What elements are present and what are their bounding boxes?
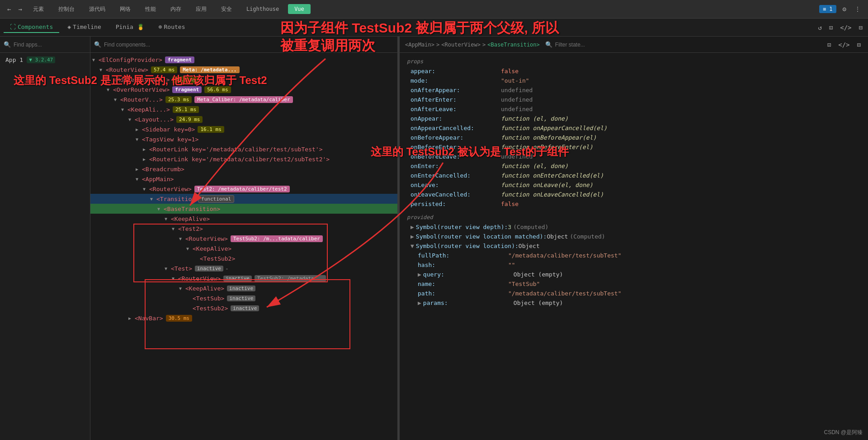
tree-row-over-router[interactable]: ▼ <OverRouterView> fragment 56.6 ms <box>90 84 397 94</box>
inactive-badge-ts2: inactive <box>231 305 259 311</box>
tree-row-transition[interactable]: ▼ <Transition functional <box>90 194 397 204</box>
screenshot-icon[interactable]: ⊡ <box>826 40 833 49</box>
expand-icon: ▼ <box>107 87 112 92</box>
tree-row-testsub2-active[interactable]: <TestSub2> <box>90 253 397 263</box>
timeline-label: Timeline <box>73 23 101 30</box>
tree-tag-text: <RouterV...> <box>120 96 163 103</box>
computed-label: (Computed) <box>513 224 548 230</box>
browser-tab-application[interactable]: 应用 <box>190 4 212 15</box>
tree-tag-text: <KeepAlive> <box>171 215 210 222</box>
prop-key: onEnterCancelled: <box>410 172 501 179</box>
prop-row-mode: mode: "out-in" <box>407 76 861 85</box>
testsub2-route-badge2: TestSub2: /metadata... <box>255 275 326 282</box>
expand-arrow[interactable]: ▶ <box>410 233 414 240</box>
pinia-label: Pinia 🍍 <box>116 23 144 30</box>
search-icon-props: 🔍 <box>545 41 552 48</box>
tree-tag-text: <Transition <box>156 196 195 202</box>
tree-row-test2[interactable]: ▼ <Test2> <box>90 224 397 234</box>
prop-row-params: ▶ params: Object (empty) <box>407 298 861 308</box>
nav-back-icon[interactable]: ← <box>5 5 13 14</box>
props-filter-input[interactable] <box>555 42 623 48</box>
tree-row-keepalive-3[interactable]: ▼ <KeepAlive> <box>90 243 397 253</box>
tree-row-breadcrumb[interactable]: ▶ <Breadcrumb> <box>90 164 397 174</box>
prop-key: onAfterAppear: <box>410 87 501 94</box>
prop-key: onAfterEnter: <box>410 96 501 103</box>
browser-tab-security[interactable]: 安全 <box>216 4 237 15</box>
tree-tag-text: <RouterView> <box>149 186 192 192</box>
routes-icon: ⊕ <box>159 23 162 30</box>
testsub2-route-badge: TestSub2: /m...tadata/caliber <box>231 235 323 242</box>
tree-row-routerview-3[interactable]: ▼ <RouterView> TestSub2: /m...tadata/cal… <box>90 234 397 243</box>
tree-row-routerview-inactive[interactable]: ▼ <RouterView> inactive TestSub2: /metad… <box>90 273 397 283</box>
prop-key: onBeforeLeave: <box>410 153 501 160</box>
more-icon[interactable]: ⋮ <box>853 5 863 14</box>
tree-tag-text: <RouterView> <box>178 275 221 282</box>
refresh-icon[interactable]: ↺ <box>816 23 823 32</box>
prop-row-onafterappear: onAfterAppear: undefined <box>407 85 861 95</box>
component-search-input[interactable] <box>104 42 394 48</box>
tree-row-testsub2-inactive[interactable]: <TestSub2> inactive <box>90 303 397 313</box>
tree-row-layout[interactable]: ▼ <Layout...> 24.9 ms <box>90 114 397 124</box>
code-icon[interactable]: </> <box>838 23 853 32</box>
tree-row-appmain[interactable]: ▼ <AppMain> <box>90 174 397 184</box>
browser-tab-vue[interactable]: Vue <box>288 4 311 14</box>
tree-row-routerlink-2[interactable]: ▶ <RouterLink key='/metadata/caliber/tes… <box>90 154 397 164</box>
browser-tab-source[interactable]: 源代码 <box>84 4 111 15</box>
component-tree[interactable]: ▼ <ElConfigProvider> fragment ▼ <RouterV… <box>90 53 397 440</box>
browser-tab-network[interactable]: 网络 <box>114 4 136 15</box>
expand-icon: ▼ <box>157 206 163 211</box>
tree-row-el-config[interactable]: ▼ <ElConfigProvider> fragment <box>90 55 397 65</box>
tree-row-keepalive-2[interactable]: ▼ <KeepAlive> <box>90 214 397 224</box>
expand-arrow[interactable]: ▼ <box>410 243 414 249</box>
prop-value: false <box>501 68 519 75</box>
search-icon: 🔍 <box>4 41 11 48</box>
code-props-icon[interactable]: </> <box>836 40 851 49</box>
expand-icon: ▼ <box>172 276 177 281</box>
tree-row-routerview-2[interactable]: ▼ <RouterView> Test2: /metadata/caliber/… <box>90 184 397 194</box>
tree-row-routerv[interactable]: ▼ <RouterV...> 25.3 ms Meta_Caliber: /me… <box>90 94 397 104</box>
tree-row-routerview-1[interactable]: ▼ <RouterView> 57.4 ms Meta: /metadata..… <box>90 65 397 75</box>
tab-routes[interactable]: ⊕ Routes <box>152 22 192 33</box>
expand-arrow[interactable]: ▶ <box>410 224 414 230</box>
tab-timeline[interactable]: ◈ Timeline <box>61 22 107 33</box>
app-search-input[interactable] <box>14 42 86 48</box>
nav-forward-icon[interactable]: → <box>16 5 24 14</box>
prop-row-onbeforeappear: onBeforeAppear: function onBeforeAppear(… <box>407 133 861 142</box>
tree-row-test-inactive[interactable]: ▼ <Test> inactive - <box>90 263 397 273</box>
prop-key: appear: <box>410 68 501 75</box>
tree-row-routerlink-1[interactable]: ▶ <RouterLink key='/metadata/caliber/tes… <box>90 144 397 154</box>
prop-key: fullPath: <box>418 252 508 259</box>
panel-props-icon[interactable]: ⊟ <box>855 40 863 49</box>
expand-icon: ▼ <box>179 286 184 291</box>
inspect-icon[interactable]: ⊡ <box>827 23 835 32</box>
panel-icon[interactable]: ⊟ <box>857 23 864 32</box>
browser-tab-lighthouse[interactable]: Lighthouse <box>241 4 284 14</box>
prop-key: name: <box>418 281 508 287</box>
inactive-badge-ka: inactive <box>227 286 255 291</box>
expand-arrow[interactable]: ▶ <box>418 300 421 306</box>
expand-icon: ▶ <box>143 157 148 162</box>
tree-row-basetransition[interactable]: ▼ <BaseTransition> <box>90 204 397 214</box>
settings-icon[interactable]: ⚙ <box>841 5 848 14</box>
routes-label: Routes <box>164 23 185 30</box>
app-list-item-1[interactable]: App 1 ▼ 3.2.47 <box>0 53 90 67</box>
expand-icon: ▼ <box>107 77 112 82</box>
tree-row-keepalive-inactive[interactable]: ▼ <KeepAlive> inactive <box>90 283 397 293</box>
tree-row-tagsview[interactable]: ▼ <TagsView key=1> <box>90 134 397 144</box>
browser-tab-elements[interactable]: 元素 <box>28 4 49 15</box>
prop-key: params: <box>423 300 514 306</box>
tree-row-testsub-inactive[interactable]: <TestSub> inactive <box>90 293 397 303</box>
tree-row-routerviewa[interactable]: ▼ <RouterViewA...> 56.3 ms <box>90 75 397 84</box>
tab-components[interactable]: ⛶ Components <box>4 22 59 33</box>
browser-tab-console[interactable]: 控制台 <box>53 4 80 15</box>
browser-tab-performance[interactable]: 性能 <box>140 4 161 15</box>
tree-row-keepalive-1[interactable]: ▼ <KeepAli...> 25.1 ms <box>90 104 397 114</box>
tree-row-sidebar[interactable]: ▶ <Sidebar key=0> 16.1 ms <box>90 124 397 134</box>
prop-row-appear: appear: false <box>407 66 861 76</box>
browser-tab-memory[interactable]: 内存 <box>165 4 187 15</box>
tab-pinia[interactable]: Pinia 🍍 <box>109 22 151 33</box>
expand-arrow[interactable]: ▶ <box>418 271 421 278</box>
prop-value: 3 <box>508 224 511 230</box>
tree-row-navbar[interactable]: ▶ <NavBar> 30.5 ms <box>90 313 397 323</box>
tree-tag-text: <BaseTransition> <box>164 206 220 212</box>
